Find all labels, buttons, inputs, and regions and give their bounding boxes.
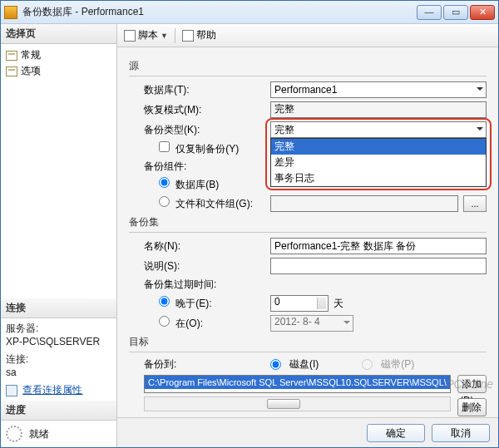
recovery-label: 恢复模式(M):: [129, 103, 270, 117]
maximize-button[interactable]: ▭: [443, 5, 468, 20]
app-icon: [4, 6, 17, 19]
expire-date-picker: 2012- 8- 4: [270, 315, 353, 332]
add-button[interactable]: 添加(D)…: [457, 375, 487, 393]
dropdown-option[interactable]: 事务日志: [271, 170, 486, 186]
select-page-header: 选择页: [1, 24, 116, 44]
dest-disk-label: 磁盘(I): [289, 357, 319, 372]
desc-field[interactable]: [270, 258, 487, 274]
titlebar[interactable]: 备份数据库 - Performance1 — ▭ ✕: [1, 1, 498, 24]
dest-tape-radio: [362, 359, 373, 370]
help-button[interactable]: 帮助: [182, 28, 216, 42]
close-button[interactable]: ✕: [470, 5, 495, 20]
database-combo[interactable]: Performance1: [270, 81, 487, 98]
desc-label: 说明(S):: [129, 259, 270, 273]
expire-days-spinner[interactable]: 0: [270, 295, 329, 312]
script-icon: [124, 30, 136, 42]
dropdown-option[interactable]: 完整: [271, 139, 486, 155]
horizontal-scrollbar[interactable]: [144, 396, 451, 411]
expire-label: 备份集过期时间:: [129, 278, 270, 292]
destination-item[interactable]: C:\Program Files\Microsoft SQL Server\MS…: [145, 376, 450, 389]
right-panel: 脚本 ▼ 帮助 源 数据库(T): Performance1 恢复模式(M):: [117, 24, 498, 447]
divider: [129, 232, 487, 233]
remove-button[interactable]: 删除(R): [457, 398, 487, 416]
script-button[interactable]: 脚本 ▼: [124, 28, 168, 42]
dropdown-option[interactable]: 差异: [271, 155, 486, 170]
dest-disk-radio[interactable]: [270, 359, 281, 370]
filegroup-browse-button[interactable]: ...: [463, 195, 487, 212]
backup-type-dropdown-list[interactable]: 完整 差异 事务日志: [270, 138, 487, 187]
nav-item-options[interactable]: 选项: [6, 63, 111, 79]
connection-header: 连接: [1, 298, 116, 318]
progress-header: 进度: [1, 401, 116, 421]
dest-tape-label: 磁带(P): [381, 357, 414, 372]
page-icon: [6, 66, 17, 76]
ok-button[interactable]: 确定: [367, 424, 425, 442]
database-label: 数据库(T):: [129, 83, 270, 97]
divider: [129, 352, 487, 352]
dialog-window: 备份数据库 - Performance1 — ▭ ✕ 选择页 常规 选项 连接: [0, 0, 499, 448]
chevron-down-icon[interactable]: ▼: [161, 32, 168, 40]
radio-fg-label: 文件和文件组(G):: [175, 198, 253, 209]
connection-value: sa: [6, 367, 111, 378]
name-field[interactable]: [270, 238, 487, 254]
recovery-field: 完整: [270, 101, 487, 118]
copy-only-checkbox[interactable]: [159, 141, 170, 152]
page-icon: [6, 51, 17, 61]
expire-after-label: 晚于(E):: [175, 298, 211, 309]
source-section-label: 源: [129, 59, 487, 73]
nav-label: 常规: [21, 48, 41, 62]
component-filegroup-radio[interactable]: [159, 196, 170, 207]
radio-db-label: 数据库(B): [175, 179, 219, 190]
expire-on-label: 在(O):: [175, 318, 203, 329]
dialog-footer: 确定 取消: [117, 417, 498, 447]
script-label: 脚本: [138, 28, 158, 42]
server-label: 服务器:: [6, 322, 111, 336]
backup-to-label: 备份到:: [129, 357, 270, 372]
nav-item-general[interactable]: 常规: [6, 47, 111, 63]
view-connection-text[interactable]: 查看连接属性: [22, 384, 82, 396]
cancel-button[interactable]: 取消: [432, 424, 490, 442]
component-database-radio[interactable]: [159, 177, 170, 188]
expire-on-radio[interactable]: [159, 316, 170, 327]
progress-status: 就绪: [29, 427, 49, 441]
name-label: 名称(N):: [129, 239, 270, 254]
help-label: 帮助: [196, 28, 216, 42]
help-icon: [182, 30, 194, 42]
copy-only-label: 仅复制备份(Y): [175, 143, 239, 155]
connection-icon: [6, 385, 17, 396]
filegroup-field: [270, 195, 458, 212]
divider: [129, 76, 487, 76]
toolbar: 脚本 ▼ 帮助: [117, 24, 498, 47]
copy-only-row: 仅复制备份(Y): [129, 141, 270, 156]
backup-type-combo[interactable]: 完整: [270, 121, 487, 138]
destination-section-label: 目标: [129, 335, 487, 349]
days-unit: 天: [333, 297, 343, 311]
expire-after-radio[interactable]: [159, 296, 170, 307]
component-label: 备份组件:: [129, 160, 270, 174]
connection-label: 连接:: [6, 352, 111, 367]
scrollbar-thumb[interactable]: [267, 399, 300, 409]
minimize-button[interactable]: —: [417, 5, 442, 20]
toolbar-separator: [175, 28, 175, 43]
server-value: XP-PC\SQLSERVER: [6, 336, 111, 347]
window-title: 备份数据库 - Performance1: [22, 5, 417, 19]
destination-listbox[interactable]: C:\Program Files\Microsoft SQL Server\MS…: [144, 375, 451, 393]
backupset-section-label: 备份集: [129, 215, 487, 229]
nav-label: 选项: [21, 64, 41, 78]
form-area: 源 数据库(T): Performance1 恢复模式(M): 完整 备份类型(…: [117, 47, 498, 417]
left-panel: 选择页 常规 选项 连接 服务器: XP-PC\SQLSERVER 连接: sa: [1, 24, 117, 447]
progress-spinner-icon: [6, 426, 22, 442]
backup-type-label: 备份类型(K):: [129, 123, 270, 137]
view-connection-link[interactable]: 查看连接属性: [6, 383, 111, 397]
